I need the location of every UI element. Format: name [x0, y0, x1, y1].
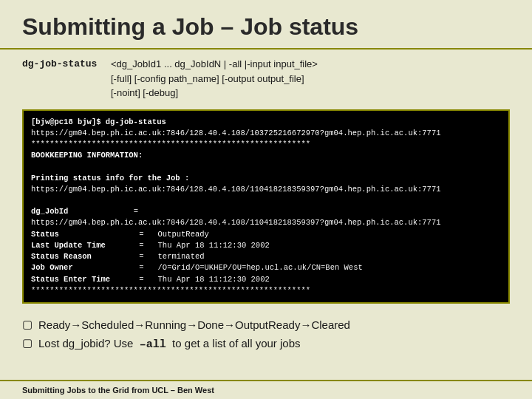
- term-lastupdate-row: Last Update Time = Thu Apr 18 11:12:30 2…: [31, 240, 501, 251]
- term-separator1: ****************************************…: [31, 139, 501, 150]
- term-lastupdate-label: Last Update Time: [31, 240, 134, 251]
- term-blank: [31, 161, 501, 172]
- title-area: Submitting a Job – Job status: [0, 0, 532, 50]
- term-separator2: ****************************************…: [31, 285, 501, 296]
- term-statusreason-label: Status Reason: [31, 251, 134, 262]
- term-line2: https://gm04.bep.ph.ic.ac.uk:7846/128.40…: [31, 128, 501, 139]
- bullet-text-1: Ready→Scheduled→Running→Done→OutputReady…: [38, 317, 350, 332]
- term-jobowner-val: /O=Grid/O=UKHEP/OU=hep.ucl.ac.uk/CN=Ben …: [158, 263, 363, 272]
- content-area: dg-job-status <dg_JobId1 ... dg_JobIdN |…: [0, 50, 532, 380]
- term-lastupdate-val: Thu Apr 18 11:12:30 2002: [158, 241, 270, 250]
- term-dgjobid-val: https://gm04.bep.ph.ic.ac.uk:7846/128.40…: [31, 217, 501, 228]
- command-syntax: <dg_JobId1 ... dg_JobIdN | -all |-input …: [111, 57, 318, 100]
- term-status-val: OutputReady: [158, 230, 209, 239]
- term-dgjobid-line1: dg_JobId =: [31, 206, 501, 217]
- term-status-row: Status = OutputReady: [31, 229, 501, 240]
- term-jobowner-label: Job Owner: [31, 262, 134, 273]
- term-statusreason-val: terminated: [158, 252, 205, 261]
- command-table: dg-job-status <dg_JobId1 ... dg_JobIdN |…: [22, 57, 510, 100]
- term-job-url: https://gm04.bep.ph.ic.ac.uk:7846/128.40…: [31, 184, 501, 195]
- bullet-text-2: Lost dg_jobid? Use –all to get a list of…: [38, 335, 301, 352]
- footer: Submitting Jobs to the Grid from UCL – B…: [0, 380, 532, 399]
- term-blank2: [31, 195, 501, 206]
- command-label: dg-job-status: [22, 57, 111, 69]
- term-line1: [bjw@pc18 bjw]$ dg-job-status: [31, 117, 501, 128]
- syntax-line3: [-noint] [-debug]: [111, 87, 178, 98]
- page-title: Submitting a Job – Job status: [22, 13, 510, 41]
- terminal-box: [bjw@pc18 bjw]$ dg-job-status https://gm…: [22, 109, 510, 304]
- term-statusreason-row: Status Reason = terminated: [31, 251, 501, 262]
- term-bookkeeping: BOOKKEEPING INFORMATION:: [31, 150, 501, 161]
- dgjobid-label: dg_JobId: [31, 207, 68, 216]
- bullet-item-1: ▢ Ready→Scheduled→Running→Done→OutputRea…: [22, 317, 510, 332]
- syntax-line1: <dg_JobId1 ... dg_JobIdN | -all |-input …: [111, 58, 318, 69]
- slide: Submitting a Job – Job status dg-job-sta…: [0, 0, 532, 399]
- bullet-marker-1: ▢: [22, 318, 33, 331]
- bullets-section: ▢ Ready→Scheduled→Running→Done→OutputRea…: [22, 317, 510, 352]
- term-status-label: Status: [31, 229, 134, 240]
- term-printing: Printing status info for the Job :: [31, 173, 501, 184]
- term-jobowner-row: Job Owner = /O=Grid/O=UKHEP/OU=hep.ucl.a…: [31, 262, 501, 273]
- syntax-line2: [-full] [-config path_name] [-output out…: [111, 73, 304, 84]
- bullet-item-2: ▢ Lost dg_jobid? Use –all to get a list …: [22, 335, 510, 352]
- footer-text: Submitting Jobs to the Grid from UCL – B…: [22, 386, 214, 395]
- bullet-marker-2: ▢: [22, 336, 33, 349]
- term-statusenter-val: Thu Apr 18 11:12:30 2002: [158, 275, 270, 284]
- term-statusenter-label: Status Enter Time: [31, 274, 134, 285]
- term-statusenter-row: Status Enter Time = Thu Apr 18 11:12:30 …: [31, 274, 501, 285]
